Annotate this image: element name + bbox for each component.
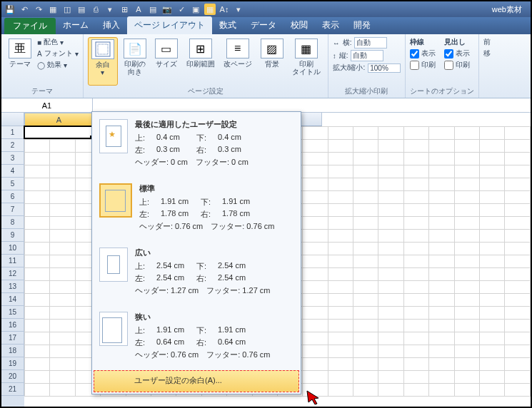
- formula-input[interactable]: [93, 98, 531, 112]
- tab-page-layout[interactable]: ページ レイアウト: [127, 16, 212, 34]
- qat-icon[interactable]: 📷: [161, 4, 173, 15]
- qat-icon[interactable]: ▤: [76, 4, 87, 15]
- qat-icon[interactable]: ▦: [47, 4, 59, 15]
- orientation-icon: 📄: [124, 39, 146, 58]
- gridlines-show-checkbox[interactable]: [410, 49, 419, 58]
- margin-thumb-icon: [99, 248, 128, 282]
- qat-icon[interactable]: ▣: [190, 4, 201, 15]
- qat-redo-icon[interactable]: ↷: [33, 4, 44, 15]
- row-header[interactable]: 1: [1, 126, 24, 139]
- row-header[interactable]: 6: [1, 190, 24, 203]
- row-header[interactable]: 7: [1, 203, 24, 216]
- qat-icon[interactable]: A: [133, 4, 144, 15]
- formula-bar: A1: [1, 98, 531, 113]
- custom-margins-item[interactable]: ユーザー設定の余白(A)...: [94, 370, 299, 392]
- row-header[interactable]: 12: [1, 267, 24, 280]
- select-all-corner[interactable]: [1, 113, 24, 126]
- height-select[interactable]: 自動: [351, 50, 383, 61]
- row-header[interactable]: 11: [1, 255, 24, 267]
- breaks-button[interactable]: ≡ 改ページ: [221, 37, 255, 86]
- print-area-icon: ⊞: [189, 39, 212, 58]
- qat-icon[interactable]: ▦: [204, 4, 216, 15]
- qat-icon[interactable]: ▾: [104, 4, 116, 15]
- margins-icon: [91, 39, 114, 59]
- tab-insert[interactable]: 挿入: [96, 16, 127, 34]
- effects-button[interactable]: ◯ 効果 ▾: [37, 60, 79, 70]
- row-header[interactable]: 4: [1, 165, 24, 178]
- margins-dropdown: ★最後に適用したユーザー設定上:0.4 cm下:0.4 cm左:0.3 cm右:…: [91, 111, 301, 394]
- tab-view[interactable]: 表示: [315, 16, 346, 34]
- tab-developer[interactable]: 開発: [346, 16, 378, 34]
- fonts-button[interactable]: A フォント ▾: [37, 49, 79, 58]
- row-header[interactable]: 21: [1, 383, 24, 396]
- zoom-spinner[interactable]: 100%: [368, 63, 401, 73]
- row-header[interactable]: 13: [1, 280, 24, 293]
- row-header[interactable]: 8: [1, 216, 24, 229]
- margin-preset-item[interactable]: 標準上:1.91 cm下:1.91 cm左:1.78 cm右:1.78 cmヘッ…: [92, 176, 301, 240]
- row-header[interactable]: 18: [1, 345, 24, 357]
- orientation-button[interactable]: 📄 印刷の 向き: [121, 37, 149, 86]
- row-header[interactable]: 20: [1, 370, 24, 383]
- row-header[interactable]: 10: [1, 242, 24, 255]
- tab-data[interactable]: データ: [244, 16, 283, 34]
- qat-save-icon[interactable]: 💾: [4, 4, 16, 15]
- quick-access-toolbar: 💾 ↶ ↷ ▦ ◫ ▤ ⎙ ▾ ⊞ A ▤ 📷 ✓ ▣ ▦ A↕ ▾ web素材: [1, 1, 531, 17]
- margin-preset-item[interactable]: ★最後に適用したユーザー設定上:0.4 cm下:0.4 cm左:0.3 cm右:…: [92, 112, 301, 176]
- breaks-icon: ≡: [226, 39, 249, 58]
- pointer-arrow-icon: [306, 389, 321, 405]
- qat-icon[interactable]: A↕: [219, 4, 230, 15]
- print-titles-icon: ▦: [295, 39, 318, 58]
- window-title: web素材: [492, 4, 528, 15]
- width-select[interactable]: 自動: [354, 37, 387, 49]
- background-icon: ▨: [261, 39, 283, 58]
- headings-show-checkbox[interactable]: [444, 49, 453, 58]
- gridlines-print-checkbox[interactable]: [410, 61, 419, 70]
- margin-thumb-icon: [99, 312, 128, 346]
- qat-icon[interactable]: ▤: [147, 4, 159, 15]
- row-header[interactable]: 5: [1, 178, 24, 190]
- row-header[interactable]: 14: [1, 293, 24, 306]
- themes-icon: 亜: [9, 39, 31, 58]
- themes-button[interactable]: 亜 テーマ: [6, 37, 34, 86]
- tab-formulas[interactable]: 数式: [212, 16, 244, 34]
- ribbon-group-scale: ↔横: 自動 ↕縦: 自動 拡大/縮小: 100% 拡大縮小印刷: [328, 34, 406, 98]
- row-header[interactable]: 3: [1, 152, 24, 165]
- row-header[interactable]: 2: [1, 139, 24, 152]
- qat-undo-icon[interactable]: ↶: [19, 4, 30, 15]
- send-backward-button[interactable]: 移: [483, 49, 491, 58]
- tab-review[interactable]: 校閲: [283, 16, 315, 34]
- headings-print-checkbox[interactable]: [444, 61, 453, 70]
- margin-thumb-icon: [99, 183, 132, 218]
- background-button[interactable]: ▨ 背景: [258, 37, 286, 86]
- qat-icon[interactable]: ⊞: [119, 4, 130, 15]
- ribbon-group-page-setup: 余白▾ 📄 印刷の 向き ▭ サイズ ⊞ 印刷範囲 ≡ 改ページ ▨ 背景: [84, 34, 328, 98]
- row-header[interactable]: 16: [1, 319, 24, 332]
- svg-marker-2: [307, 391, 318, 404]
- row-header[interactable]: 19: [1, 357, 24, 370]
- column-header[interactable]: A: [24, 113, 94, 126]
- margin-thumb-icon: ★: [99, 119, 128, 153]
- size-icon: ▭: [155, 39, 178, 58]
- ribbon: 亜 テーマ ■ 配色 ▾ A フォント ▾ ◯ 効果 ▾ テーマ 余白▾ 📄 印…: [1, 34, 531, 98]
- row-header[interactable]: 15: [1, 306, 24, 319]
- tab-file[interactable]: ファイル: [4, 18, 56, 34]
- print-titles-button[interactable]: ▦ 印刷 タイトル: [289, 37, 323, 86]
- row-header[interactable]: 9: [1, 229, 24, 242]
- qat-icon[interactable]: ✓: [176, 4, 187, 15]
- size-button[interactable]: ▭ サイズ: [152, 37, 181, 86]
- height-icon: ↕: [333, 52, 336, 60]
- margin-preset-item[interactable]: 広い上:2.54 cm下:2.54 cm左:2.54 cm右:2.54 cmヘッ…: [92, 240, 301, 305]
- colors-button[interactable]: ■ 配色 ▾: [37, 37, 79, 47]
- row-header[interactable]: 17: [1, 332, 24, 345]
- margin-preset-item[interactable]: 狭い上:1.91 cm下:1.91 cm左:0.64 cm右:0.64 cmヘッ…: [92, 305, 301, 369]
- qat-icon[interactable]: ⎙: [90, 4, 101, 15]
- tab-home[interactable]: ホーム: [56, 16, 96, 34]
- name-box[interactable]: A1: [1, 98, 93, 112]
- bring-forward-button[interactable]: 前: [483, 37, 491, 47]
- margins-button[interactable]: 余白▾: [88, 37, 118, 86]
- qat-dropdown-icon[interactable]: ▾: [233, 4, 244, 15]
- ribbon-group-themes: 亜 テーマ ■ 配色 ▾ A フォント ▾ ◯ 効果 ▾ テーマ: [1, 34, 84, 98]
- qat-icon[interactable]: ◫: [61, 4, 73, 15]
- ribbon-tabs: ファイル ホーム 挿入 ページ レイアウト 数式 データ 校閲 表示 開発: [1, 17, 531, 34]
- print-area-button[interactable]: ⊞ 印刷範囲: [184, 37, 218, 86]
